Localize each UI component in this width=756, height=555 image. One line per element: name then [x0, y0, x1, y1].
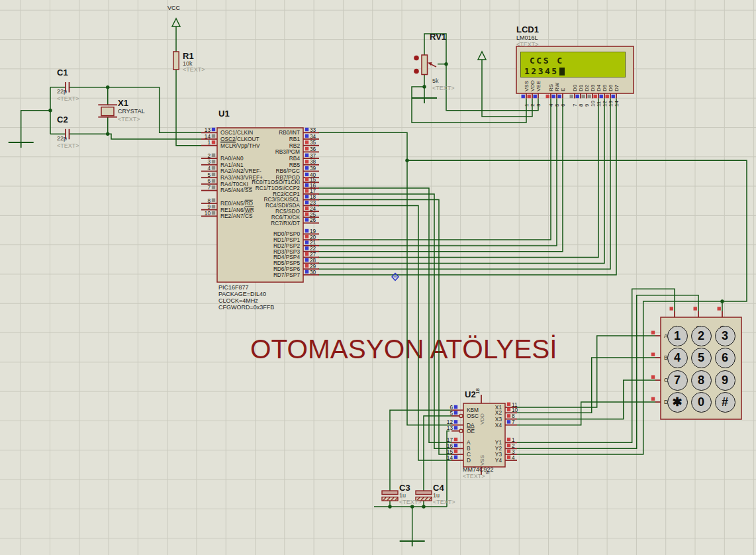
pin-state-square: [305, 154, 308, 157]
wire-net-da[interactable]: [318, 132, 451, 425]
wire-net-d6[interactable]: [318, 99, 610, 270]
pin-state-square: [212, 128, 215, 131]
pin-state-square: [651, 376, 655, 379]
keypad-key-3[interactable]: 3: [715, 326, 735, 346]
wire-net-a[interactable]: [318, 188, 451, 442]
pot-terminal-dot: [414, 69, 419, 74]
keypad-key-2[interactable]: 2: [691, 326, 712, 346]
junction-dot: [422, 85, 426, 88]
junction-dot: [106, 132, 109, 136]
lcd-pin-name: D3: [590, 84, 596, 91]
lcd-pin-number: 1: [524, 103, 530, 107]
wire-net-rw[interactable]: [318, 99, 557, 246]
c2-ref: C2: [57, 115, 68, 124]
lcd-display[interactable]: CCS C 12345: [520, 52, 626, 77]
u2-ref: U2: [465, 390, 476, 399]
u1-pin-name: RB1: [289, 136, 301, 142]
lcd-pin-number: 12: [602, 101, 608, 107]
pin-state-square: [594, 95, 597, 98]
u1-pin-number: 36: [310, 146, 316, 152]
crystal-body[interactable]: [101, 107, 114, 116]
u1-pin-name: RB4: [289, 155, 301, 162]
crystal-x1[interactable]: [98, 105, 117, 117]
c3-ref: C3: [399, 483, 410, 492]
u1-pin-number: 4: [207, 165, 211, 172]
pin-state-square: [212, 134, 215, 138]
u1-pin-name: RE0/AN5/RD: [220, 200, 253, 207]
wire-net-x2[interactable]: [517, 358, 655, 413]
wire-net-kbm[interactable]: [390, 410, 451, 491]
pin-state-square: [305, 229, 308, 232]
pin-state-square: [305, 140, 308, 144]
junction-dot: [410, 505, 414, 508]
wire-net-x4[interactable]: [517, 402, 655, 425]
wire-net-osc2[interactable]: [108, 134, 201, 139]
wire-net-int[interactable]: [407, 160, 747, 301]
wire-net-d[interactable]: [318, 205, 451, 460]
keypad-key-7[interactable]: 7: [667, 370, 688, 391]
r1-ref: R1: [183, 52, 194, 60]
pin-state-square: [507, 450, 510, 453]
u1-pin-number: 1: [207, 139, 211, 146]
keypad-key-hash[interactable]: #: [715, 392, 735, 413]
resistor-r1[interactable]: [173, 52, 179, 70]
u1-pin-name: RA5/AN4/SS: [220, 187, 252, 193]
wire-net-gnd[interactable]: [21, 111, 50, 142]
x1-value: CRYSTAL: [118, 109, 145, 115]
u1-cfgword: CFGWORD=0x3FFB: [218, 305, 274, 311]
junction-dot: [106, 85, 109, 89]
u1-pin-name: RA2/AN2/VREF-: [220, 168, 261, 174]
u1-pin-number: 10: [205, 210, 211, 217]
keypad-key-8[interactable]: 8: [691, 370, 712, 391]
u2-pin-number: 7: [512, 419, 515, 425]
pin-state-square: [546, 95, 549, 98]
keypad-key-star[interactable]: ✱: [667, 392, 688, 413]
pin-state-square: [305, 189, 308, 192]
capacitor-c3[interactable]: [382, 491, 398, 501]
pin-state-square: [212, 179, 215, 182]
pin-state-square: [454, 420, 457, 423]
u1-pin-name: RA0/AN0: [220, 155, 244, 162]
u1-pin-number: 2: [207, 152, 211, 159]
keypad-key-9[interactable]: 9: [715, 370, 735, 391]
u1-pin-name: MCLR/Vpp/THV: [220, 142, 260, 149]
invert-bubble-icon: [459, 414, 463, 417]
wire-net-d7[interactable]: [318, 99, 616, 276]
resistor-body[interactable]: [173, 52, 179, 70]
schematic-title: OTOMASYON ATÖLYESİ: [250, 334, 557, 364]
u2-pin-number: 4: [512, 454, 515, 461]
c4-value: 1u: [433, 493, 440, 499]
pin-state-square: [651, 331, 655, 334]
pin-state-square: [305, 258, 308, 262]
keypad-key-4[interactable]: 4: [667, 348, 688, 368]
schematic-canvas[interactable]: OTOMASYON ATÖLYESİ 13OSC1/CLKIN14OSC2/CL…: [0, 0, 756, 555]
wire-net-gnd[interactable]: [412, 87, 526, 123]
potentiometer-rv1[interactable]: [414, 55, 436, 75]
pin-state-square: [454, 438, 457, 441]
u1-pin-number: 26: [310, 217, 316, 223]
lcd-text-placeholder: <TEXT>: [516, 42, 539, 48]
u1-pin-name: RE1/AN6/WR: [220, 207, 254, 213]
lcd-ref: LCD1: [516, 25, 539, 34]
keypad-key-6[interactable]: 6: [715, 348, 735, 368]
junction-dot: [48, 109, 52, 112]
pin-state-square: [522, 95, 525, 98]
lcd-model: LM016L: [516, 35, 538, 41]
junction-dot: [388, 505, 391, 508]
lcd-pin-number: 4: [548, 103, 554, 107]
keypad-key-5[interactable]: 5: [691, 348, 712, 368]
pin-state-square: [606, 95, 609, 98]
pot-body[interactable]: [422, 55, 428, 75]
lcd-pin-number: 8: [578, 103, 584, 107]
junction-dot: [444, 62, 448, 66]
wire-net-d5[interactable]: [318, 99, 604, 264]
x1-text-placeholder: <TEXT>: [118, 117, 140, 123]
wire-net-mclr[interactable]: [176, 70, 201, 146]
pin-state-square: [670, 307, 673, 310]
pin-state-square: [507, 444, 510, 447]
c1-text-placeholder: <TEXT>: [57, 96, 79, 102]
x1-ref: X1: [118, 99, 128, 107]
wire-net-y1[interactable]: [517, 289, 675, 442]
keypad-key-0[interactable]: 0: [691, 392, 712, 413]
keypad-key-1[interactable]: 1: [667, 326, 688, 346]
